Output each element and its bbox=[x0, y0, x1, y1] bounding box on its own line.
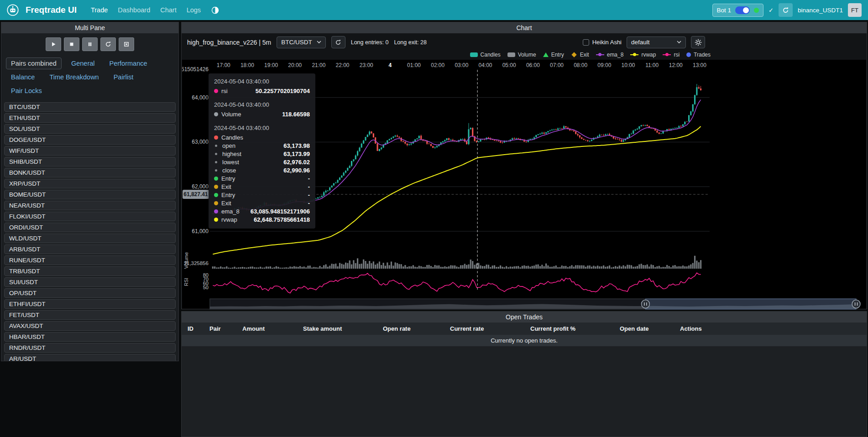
legend-item-rvwap[interactable]: rvwap bbox=[630, 52, 656, 58]
theme-toggle-button[interactable] bbox=[211, 6, 219, 14]
reload-bot-button[interactable] bbox=[779, 3, 793, 17]
pair-row-rune-usdt[interactable]: RUNE/USDT bbox=[4, 255, 176, 265]
legend-item-exit[interactable]: Exit bbox=[571, 52, 589, 58]
pair-row-trb-usdt[interactable]: TRB/USDT bbox=[4, 266, 176, 276]
pair-row-bome-usdt[interactable]: BOME/USDT bbox=[4, 190, 176, 199]
tab-general[interactable]: General bbox=[66, 57, 100, 69]
multi-pane-title: Multi Pane bbox=[1, 22, 178, 33]
tooltip-label: rsi bbox=[221, 88, 228, 94]
pair-select[interactable]: BTC/USDT bbox=[277, 36, 326, 48]
pair-row-avax-usdt[interactable]: AVAX/USDT bbox=[4, 321, 176, 331]
app-title: Freqtrade UI bbox=[26, 5, 77, 15]
tooltip-row-volume: Volume118.66598 bbox=[214, 110, 310, 119]
right-column: Chart high_frog_binance_v226 | 5m BTC/US… bbox=[181, 22, 867, 437]
start-bot-button[interactable] bbox=[46, 37, 61, 51]
series-dot-icon bbox=[214, 177, 218, 181]
legend-item-rsi[interactable]: rsi bbox=[663, 52, 680, 58]
pair-row-op-usdt[interactable]: OP/USDT bbox=[4, 288, 176, 298]
legend-item-ema-8[interactable]: ema_8 bbox=[596, 52, 624, 58]
refresh-chart-button[interactable] bbox=[331, 36, 345, 48]
pair-row-doge-usdt[interactable]: DOGE/USDT bbox=[4, 135, 176, 145]
pair-row-sui-usdt[interactable]: SUI/USDT bbox=[4, 277, 176, 287]
pair-row-ordi-usdt[interactable]: ORDI/USDT bbox=[4, 223, 176, 232]
pair-row-hbar-usdt[interactable]: HBAR/USDT bbox=[4, 332, 176, 342]
pair-row-ar-usdt[interactable]: AR/USDT bbox=[4, 354, 176, 361]
svg-text:4: 4 bbox=[389, 62, 392, 68]
bot-selector[interactable]: Bot 1 bbox=[712, 4, 764, 17]
pair-row-wif-usdt[interactable]: WIF/USDT bbox=[4, 146, 176, 156]
pair-row-fet-usdt[interactable]: FET/USDT bbox=[4, 310, 176, 320]
legend-item-trades[interactable]: Trades bbox=[686, 52, 711, 58]
tooltip-section: 2024-05-04 03:40:00Volume118.66598 bbox=[214, 101, 310, 119]
tab-time-breakdown[interactable]: Time Breakdown bbox=[44, 71, 104, 83]
reload-config-button[interactable] bbox=[100, 37, 116, 51]
bot-toggle[interactable] bbox=[735, 6, 750, 14]
tooltip-value: - bbox=[308, 200, 310, 207]
open-trades-title: Open Trades bbox=[182, 312, 867, 323]
svg-text:10:00: 10:00 bbox=[622, 62, 635, 68]
plot-settings-button[interactable] bbox=[691, 36, 705, 48]
tooltip-value: 50.22577020190704 bbox=[256, 88, 310, 94]
navbar-right: Bot 1 ✓ binance_USDT1 FT bbox=[712, 3, 862, 17]
legend-item-entry[interactable]: Entry bbox=[543, 52, 564, 58]
pair-row-bonk-usdt[interactable]: BONK/USDT bbox=[4, 168, 176, 177]
pair-row-arb-usdt[interactable]: ARB/USDT bbox=[4, 245, 176, 254]
legend-item-volume[interactable]: Volume bbox=[507, 52, 536, 58]
nav-link-dashboard[interactable]: Dashboard bbox=[113, 6, 155, 14]
nav-links: TradeDashboardChartLogs bbox=[86, 6, 206, 14]
legend-label: rsi bbox=[674, 52, 680, 58]
nav-link-logs[interactable]: Logs bbox=[182, 6, 206, 14]
plot-config-select[interactable]: default bbox=[627, 36, 686, 48]
tab-balance[interactable]: Balance bbox=[6, 71, 40, 83]
ema-8-marker-icon bbox=[596, 54, 604, 55]
pair-row-btc-usdt[interactable]: BTC/USDT bbox=[4, 102, 176, 112]
rvwap-marker-icon bbox=[630, 54, 638, 55]
stop-bot-button[interactable] bbox=[64, 37, 79, 51]
chart-panel-title: Chart bbox=[182, 22, 867, 33]
series-dot-icon bbox=[215, 145, 217, 147]
svg-text:17:00: 17:00 bbox=[217, 62, 230, 68]
heikin-ashi-checkbox[interactable] bbox=[583, 39, 589, 46]
pair-row-wld-usdt[interactable]: WLD/USDT bbox=[4, 234, 176, 243]
pair-row-shib-usdt[interactable]: SHIB/USDT bbox=[4, 157, 176, 166]
bot-name: Bot 1 bbox=[717, 7, 732, 14]
pause-bot-button[interactable] bbox=[82, 37, 98, 51]
gear-icon bbox=[695, 39, 702, 46]
nav-link-trade[interactable]: Trade bbox=[86, 6, 113, 14]
chart-legend: CandlesVolumeEntryExitema_8rvwaprsiTrade… bbox=[182, 51, 867, 60]
svg-text:19:00: 19:00 bbox=[264, 62, 278, 68]
pair-row-near-usdt[interactable]: NEAR/USDT bbox=[4, 201, 176, 210]
svg-text:09:00: 09:00 bbox=[597, 62, 611, 68]
svg-text:61,000: 61,000 bbox=[192, 228, 209, 234]
svg-text:21:00: 21:00 bbox=[312, 62, 325, 68]
pair-row-eth-usdt[interactable]: ETH/USDT bbox=[4, 113, 176, 123]
cancel-open-orders-button[interactable] bbox=[119, 37, 134, 51]
legend-item-candles[interactable]: Candles bbox=[470, 52, 501, 58]
user-avatar[interactable]: FT bbox=[848, 3, 862, 17]
svg-text:13:00: 13:00 bbox=[693, 62, 706, 68]
tooltip-label: Exit bbox=[221, 183, 231, 190]
multi-pane-tabs: Pairs combinedGeneralPerformanceBalanceT… bbox=[1, 55, 178, 100]
column-header-open-date: Open date bbox=[620, 325, 680, 332]
column-header-actions: Actions bbox=[680, 325, 867, 332]
tooltip-value: 63,173.98 bbox=[283, 142, 310, 149]
series-dot-icon bbox=[214, 201, 218, 205]
pair-row-floki-usdt[interactable]: FLOKI/USDT bbox=[4, 212, 176, 221]
pair-row-xrp-usdt[interactable]: XRP/USDT bbox=[4, 179, 176, 188]
tab-performance[interactable]: Performance bbox=[105, 57, 152, 69]
tab-pair-locks[interactable]: Pair Locks bbox=[6, 85, 47, 97]
tooltip-row-open: open63,173.98 bbox=[214, 142, 310, 150]
chart-toolbar-right: Heikin Ashi default bbox=[583, 36, 861, 48]
svg-text:63,000: 63,000 bbox=[192, 139, 209, 145]
tooltip-value: 118.66598 bbox=[282, 111, 310, 118]
tab-pairlist[interactable]: Pairlist bbox=[109, 71, 139, 83]
tab-pairs-combined[interactable]: Pairs combined bbox=[6, 57, 62, 69]
column-header-current-rate: Current rate bbox=[450, 325, 530, 332]
pair-row-rndr-usdt[interactable]: RNDR/USDT bbox=[4, 343, 176, 353]
nav-link-chart[interactable]: Chart bbox=[155, 6, 181, 14]
svg-text:07:00: 07:00 bbox=[550, 62, 564, 68]
play-icon bbox=[50, 41, 57, 47]
pair-row-ethfi-usdt[interactable]: ETHFI/USDT bbox=[4, 299, 176, 309]
chart-plot-area[interactable]: 64,00063,00062,00061,00017:0018:0019:002… bbox=[182, 60, 866, 309]
pair-row-sol-usdt[interactable]: SOL/USDT bbox=[4, 124, 176, 134]
